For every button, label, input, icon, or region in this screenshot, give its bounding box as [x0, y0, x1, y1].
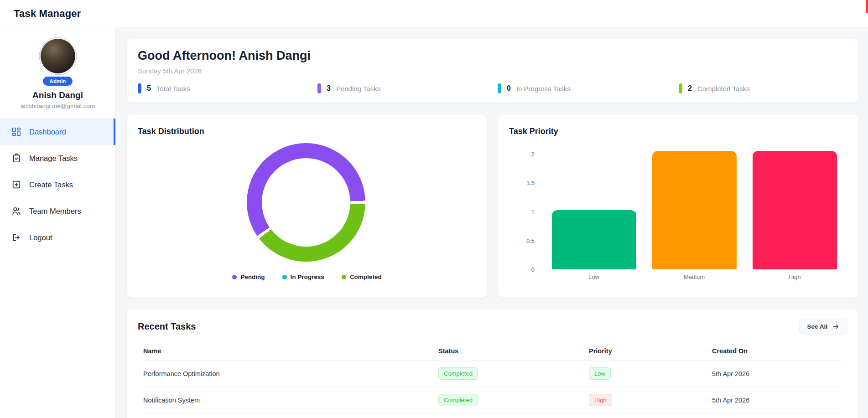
column-header-name: Name	[143, 347, 438, 355]
sidebar-item-label: Logout	[29, 233, 52, 242]
stat-color-pill	[317, 83, 321, 93]
task-distribution-card: Task Distribution PendingIn ProgressComp…	[127, 115, 487, 298]
scrollbar-thumb[interactable]	[866, 0, 868, 13]
table-row[interactable]: Performance OptimizationCompletedLow5th …	[143, 361, 842, 387]
stat-label: Completed Tasks	[697, 85, 750, 93]
stat-color-pill	[679, 83, 682, 93]
recent-tasks-card: Recent Tasks See All NameStatusPriorityC…	[127, 309, 858, 418]
task-priority-cell: Low	[589, 367, 712, 380]
task-priority-cell: High	[589, 394, 712, 406]
y-axis-tick: 1	[506, 208, 535, 215]
legend-item-pending[interactable]: Pending	[232, 274, 265, 280]
user-email: anishdangi.me@gmail.com	[0, 103, 115, 109]
sidebar-item-label: Create Tasks	[29, 181, 73, 189]
distribution-title: Task Distribution	[138, 127, 204, 136]
task-name: Performance Optimization	[143, 370, 438, 377]
task-priority-card: Task Priority 00.511.52LowMediumHigh	[498, 115, 858, 298]
see-all-button[interactable]: See All	[799, 319, 847, 335]
clipboard-check-icon	[11, 153, 21, 163]
donut-hole	[262, 158, 350, 247]
y-axis-tick: 0	[506, 266, 535, 273]
sidebar-item-dashboard[interactable]: Dashboard	[0, 119, 115, 145]
greeting-card: Good Afternoon! Anish Dangi Sunday 5th A…	[127, 39, 858, 103]
legend-dot	[342, 275, 346, 279]
chart-legend: PendingIn ProgressCompleted	[127, 274, 487, 280]
sidebar-item-label: Dashboard	[29, 128, 66, 136]
sidebar: Admin Anish Dangi anishdangi.me@gmail.co…	[0, 27, 116, 418]
bar-low	[552, 210, 636, 269]
legend-dot	[282, 275, 287, 279]
sidebar-item-create-tasks[interactable]: Create Tasks	[0, 171, 115, 198]
app-header: Task Manager	[0, 0, 868, 27]
stat-pending-tasks: 3Pending Tasks	[317, 83, 380, 93]
distribution-donut-chart	[247, 143, 365, 262]
bar-medium	[652, 151, 737, 269]
stat-label: Total Tasks	[156, 85, 190, 93]
legend-dot	[232, 275, 237, 279]
recent-tasks-header: Recent Tasks See All	[138, 319, 847, 334]
column-header-created-on: Created On	[712, 347, 842, 355]
sidebar-item-team-members[interactable]: Team Members	[0, 198, 115, 224]
logout-icon	[11, 232, 21, 243]
y-axis-tick: 1.5	[506, 180, 535, 186]
recent-tasks-table: NameStatusPriorityCreated OnPerformance …	[143, 341, 842, 413]
stat-total-tasks: 5Total Tasks	[138, 83, 190, 93]
priority-title: Task Priority	[509, 127, 558, 136]
greeting-title: Good Afternoon! Anish Dangi	[138, 49, 311, 63]
stat-label: In Progress Tasks	[516, 85, 571, 93]
table-row[interactable]: Notification SystemCompletedHigh5th Apr …	[143, 387, 842, 413]
sidebar-item-logout[interactable]: Logout	[0, 224, 115, 251]
bar-high	[753, 151, 837, 269]
x-axis-label: Medium	[644, 274, 744, 280]
stat-color-pill	[498, 83, 501, 93]
profile-section: Admin Anish Dangi anishdangi.me@gmail.co…	[0, 27, 115, 109]
priority-badge: High	[589, 394, 612, 406]
sidebar-nav: DashboardManage TasksCreate TasksTeam Me…	[0, 119, 115, 251]
see-all-label: See All	[807, 323, 827, 330]
table-header-row: NameStatusPriorityCreated On	[143, 341, 842, 361]
task-status-cell: Completed	[438, 367, 589, 380]
task-created-on: 5th Apr 2026	[712, 397, 842, 404]
stat-value: 3	[327, 84, 331, 93]
x-axis-label: High	[744, 274, 845, 280]
legend-item-completed[interactable]: Completed	[342, 274, 382, 280]
legend-label: In Progress	[291, 274, 324, 280]
column-header-priority: Priority	[589, 347, 712, 355]
avatar	[39, 37, 77, 75]
task-status-cell: Completed	[438, 394, 589, 406]
app-title: Task Manager	[14, 8, 81, 20]
status-badge: Completed	[438, 367, 478, 380]
plus-square-icon	[11, 180, 21, 190]
role-badge: Admin	[43, 77, 73, 86]
y-axis-tick: 2	[506, 151, 535, 158]
stat-value: 5	[147, 84, 151, 93]
sidebar-item-label: Manage Tasks	[29, 154, 78, 163]
stat-value: 2	[688, 84, 692, 93]
stat-color-pill	[138, 83, 141, 93]
status-badge: Completed	[438, 394, 478, 406]
stat-completed-tasks: 2Completed Tasks	[679, 83, 750, 93]
recent-tasks-title: Recent Tasks	[138, 321, 196, 332]
legend-label: Completed	[350, 274, 382, 280]
user-name: Anish Dangi	[0, 90, 115, 100]
sidebar-item-label: Team Members	[29, 207, 81, 216]
stat-value: 0	[507, 84, 511, 93]
users-icon	[11, 206, 21, 216]
task-created-on: 5th Apr 2026	[712, 370, 842, 377]
stat-in-progress-tasks: 0In Progress Tasks	[498, 83, 571, 93]
task-name: Notification System	[143, 397, 438, 404]
dashboard-icon	[11, 127, 21, 137]
priority-badge: Low	[589, 367, 611, 380]
x-axis-label: Low	[544, 274, 644, 280]
column-header-status: Status	[438, 347, 589, 355]
legend-label: Pending	[240, 274, 265, 280]
sidebar-item-manage-tasks[interactable]: Manage Tasks	[0, 145, 115, 171]
stat-label: Pending Tasks	[336, 85, 380, 93]
greeting-date: Sunday 5th Apr 2026	[138, 67, 202, 75]
legend-item-in-progress[interactable]: In Progress	[282, 274, 324, 280]
arrow-right-icon	[832, 323, 840, 330]
main-content: Good Afternoon! Anish Dangi Sunday 5th A…	[116, 27, 868, 418]
y-axis-tick: 0.5	[506, 237, 535, 244]
